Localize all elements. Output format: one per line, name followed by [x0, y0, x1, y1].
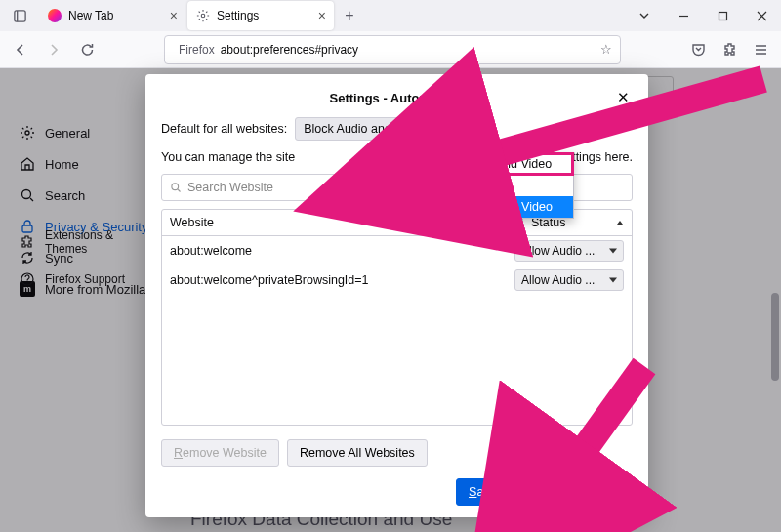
tab-label: Settings [217, 9, 259, 22]
tab-label: New Tab [68, 9, 113, 22]
window-titlebar: New Tab × Settings × + [0, 0, 781, 31]
resize-grip[interactable] [633, 502, 644, 513]
dialog-close-button[interactable]: ✕ [613, 88, 633, 107]
autoplay-settings-dialog: Settings - Autoplay ✕ Default for all we… [145, 74, 648, 517]
search-icon [170, 182, 182, 193]
remove-website-button[interactable]: Remove Website [161, 439, 279, 467]
back-button[interactable] [6, 35, 35, 64]
new-tab-button[interactable]: + [336, 7, 363, 24]
search-placeholder: Search Website [187, 181, 273, 194]
maximize-button[interactable] [703, 0, 742, 31]
tab-settings[interactable]: Settings × [187, 1, 334, 30]
remove-all-websites-button[interactable]: Remove All Websites [287, 439, 428, 467]
svg-rect-3 [719, 12, 726, 20]
save-to-pocket-icon[interactable] [683, 35, 713, 64]
table-row[interactable]: about:welcome Allow Audio ... [162, 236, 632, 266]
table-row[interactable]: about:welcome^privateBrowsingId=1 Allow … [162, 266, 632, 295]
nav-toolbar: Firefox about:preferences#privacy ☆ [0, 31, 781, 68]
tab-new-tab[interactable]: New Tab × [39, 1, 185, 30]
default-autoplay-select[interactable]: Block Audio and Video [295, 117, 461, 141]
url-bar[interactable]: Firefox about:preferences#privacy ☆ [164, 35, 621, 64]
svg-rect-0 [14, 10, 24, 20]
extensions-icon[interactable] [715, 35, 744, 64]
urlbar-path: about:preferences#privacy [221, 43, 358, 57]
manage-text: You can manage the site [161, 150, 295, 164]
firefox-icon [47, 8, 62, 23]
save-changes-button[interactable]: Save Changes [456, 478, 561, 506]
bookmark-star-icon[interactable]: ☆ [600, 42, 612, 57]
urlbar-identity: Firefox [179, 43, 215, 57]
gear-icon [195, 8, 211, 23]
sort-asc-icon [616, 219, 624, 226]
dropdown-option-block-audio[interactable]: Block Audio [423, 175, 573, 196]
svg-point-1 [201, 14, 205, 18]
default-label: Default for all websites: [161, 122, 287, 136]
websites-table: Website Status about:welcome Allow Audio… [161, 209, 633, 426]
row-status-select[interactable]: Allow Audio ... [514, 240, 624, 262]
dropdown-option-block-av[interactable]: Block Audio and Video [423, 196, 573, 218]
autoplay-dropdown-menu: Allow Audio and Video Block Audio Block … [422, 152, 574, 219]
workspaces-icon[interactable] [0, 9, 39, 23]
minimize-button[interactable] [664, 0, 703, 31]
list-all-tabs-icon[interactable] [625, 0, 664, 31]
dialog-title: Settings - Autoplay [161, 91, 613, 105]
close-icon[interactable]: × [170, 8, 178, 23]
reload-button[interactable] [72, 35, 102, 64]
close-window-button[interactable] [742, 0, 781, 31]
cell-website: about:welcome [170, 244, 514, 258]
cancel-button[interactable]: Cancel [569, 478, 633, 506]
svg-point-8 [172, 184, 179, 190]
forward-button[interactable] [39, 35, 68, 64]
cell-website: about:welcome^privateBrowsingId=1 [170, 273, 514, 287]
app-menu-icon[interactable] [746, 35, 775, 64]
dropdown-option-allow[interactable]: Allow Audio and Video [423, 153, 573, 175]
close-icon[interactable]: × [318, 8, 326, 23]
row-status-select[interactable]: Allow Audio ... [514, 269, 624, 291]
